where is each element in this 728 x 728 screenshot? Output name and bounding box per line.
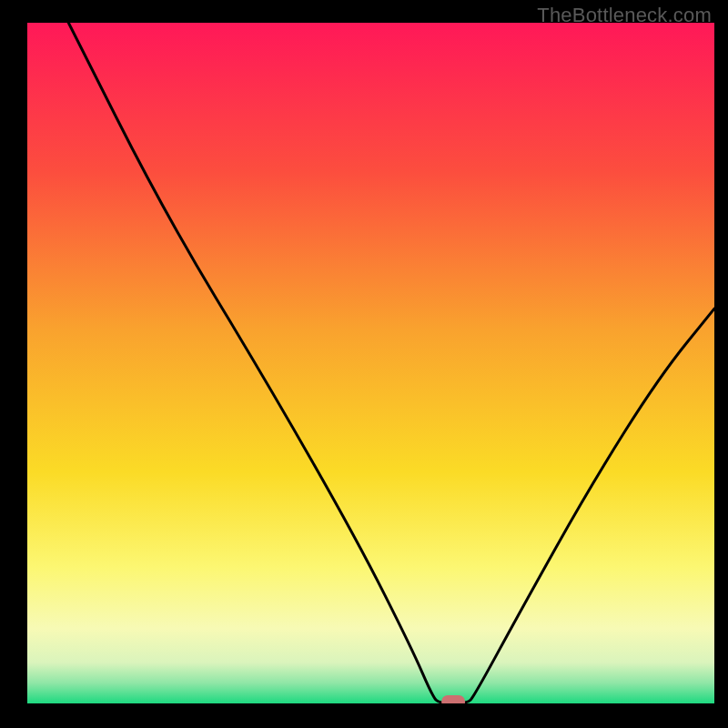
curve-layer (27, 23, 714, 703)
bottleneck-curve (68, 23, 714, 703)
plot-area (27, 23, 714, 703)
chart-frame: TheBottleneck.com (0, 0, 728, 728)
optimum-marker (441, 695, 465, 703)
